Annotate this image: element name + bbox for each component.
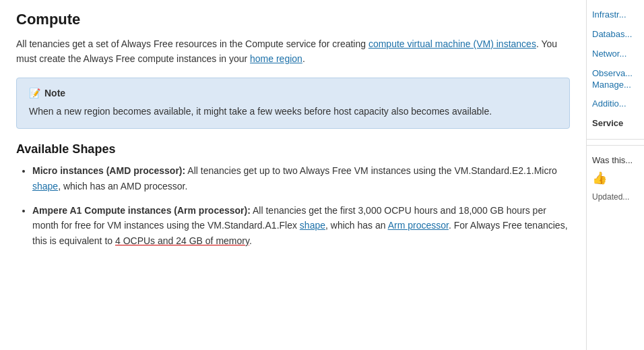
ampere-bold: Ampere A1 Compute instances (Arm process… xyxy=(32,205,251,216)
sidebar-divider xyxy=(587,139,644,140)
sidebar-item-databas[interactable]: Databas... xyxy=(587,25,644,45)
note-box: 📝 Note When a new region becomes availab… xyxy=(16,78,570,129)
sidebar: Infrastr... Databas... Networ... Observa… xyxy=(586,0,644,350)
sidebar-item-networ[interactable]: Networ... xyxy=(587,45,644,64)
compute-vm-link[interactable]: compute virtual machine (VM) instances xyxy=(368,38,536,49)
home-region-link[interactable]: home region xyxy=(250,53,302,64)
sidebar-item-service[interactable]: Service xyxy=(587,114,644,134)
updated-label: Updated... xyxy=(587,188,644,206)
note-label: Note xyxy=(44,88,65,98)
memory-highlight: 4 OCPUs and 24 GB of memory xyxy=(115,235,249,246)
ampere-shape-link[interactable]: shape xyxy=(300,220,325,231)
list-item-ampere: Ampere A1 Compute instances (Arm process… xyxy=(32,203,570,248)
arm-processor-link[interactable]: Arm processor xyxy=(388,220,449,231)
note-title: 📝 Note xyxy=(29,88,557,98)
micro-text-1: All tenancies get up to two Always Free … xyxy=(185,165,557,176)
thumbs-up-icon[interactable]: 👍 xyxy=(587,168,644,188)
was-this-label: Was this... xyxy=(587,145,644,168)
sidebar-item-additio[interactable]: Additio... xyxy=(587,94,644,114)
note-body: When a new region becomes available, it … xyxy=(29,104,557,119)
note-icon: 📝 xyxy=(29,88,40,98)
ampere-text-2: , which has an xyxy=(325,220,388,231)
micro-shape-link[interactable]: shape xyxy=(32,181,58,192)
sidebar-item-infrastr[interactable]: Infrastr... xyxy=(587,5,644,25)
page-title: Compute xyxy=(16,11,570,28)
shapes-heading: Available Shapes xyxy=(16,142,570,156)
ampere-text-4: . xyxy=(249,235,252,246)
micro-bold: Micro instances (AMD processor): xyxy=(32,165,185,176)
shapes-list: Micro instances (AMD processor): All ten… xyxy=(16,163,570,248)
intro-text-3: . xyxy=(302,53,305,64)
sidebar-item-observa[interactable]: Observa...Manage... xyxy=(587,64,644,95)
list-item-micro: Micro instances (AMD processor): All ten… xyxy=(32,163,570,194)
intro-paragraph: All tenancies get a set of Always Free r… xyxy=(16,36,570,67)
intro-text-1: All tenancies get a set of Always Free r… xyxy=(16,38,368,49)
micro-text-2: , which has an AMD processor. xyxy=(58,181,187,192)
main-content: Compute All tenancies get a set of Alway… xyxy=(0,0,586,350)
